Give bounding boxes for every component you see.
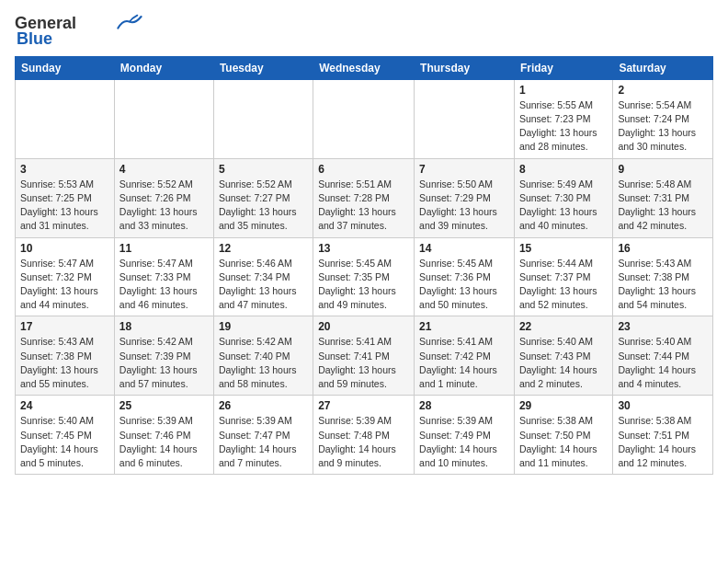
day-info: Sunrise: 5:50 AM Sunset: 7:29 PM Dayligh… [419,178,509,234]
logo-blue-text: Blue [17,29,52,49]
day-info: Sunrise: 5:40 AM Sunset: 7:43 PM Dayligh… [519,335,608,391]
day-info: Sunrise: 5:44 AM Sunset: 7:37 PM Dayligh… [519,257,608,313]
calendar-cell: 14Sunrise: 5:45 AM Sunset: 7:36 PM Dayli… [415,237,515,316]
day-number: 18 [119,320,209,333]
day-number: 21 [419,320,509,333]
day-number: 4 [119,163,209,176]
day-number: 3 [20,163,109,176]
calendar-cell: 9Sunrise: 5:48 AM Sunset: 7:31 PM Daylig… [613,158,713,237]
day-header-wednesday: Wednesday [313,56,415,79]
calendar-week-row: 17Sunrise: 5:43 AM Sunset: 7:38 PM Dayli… [16,316,713,396]
calendar-header-row: SundayMondayTuesdayWednesdayThursdayFrid… [16,56,713,79]
calendar-week-row: 24Sunrise: 5:40 AM Sunset: 7:45 PM Dayli… [16,396,713,475]
day-header-friday: Friday [514,56,612,79]
day-number: 28 [419,399,509,412]
day-info: Sunrise: 5:40 AM Sunset: 7:44 PM Dayligh… [618,335,708,391]
day-number: 2 [618,84,708,97]
calendar-cell: 8Sunrise: 5:49 AM Sunset: 7:30 PM Daylig… [514,158,612,237]
day-info: Sunrise: 5:48 AM Sunset: 7:31 PM Dayligh… [618,178,708,234]
day-info: Sunrise: 5:47 AM Sunset: 7:32 PM Dayligh… [20,257,109,313]
calendar-cell: 4Sunrise: 5:52 AM Sunset: 7:26 PM Daylig… [114,158,213,237]
logo: General Blue [15,15,142,49]
day-info: Sunrise: 5:41 AM Sunset: 7:42 PM Dayligh… [419,335,509,391]
day-number: 29 [519,399,608,412]
calendar-cell: 18Sunrise: 5:42 AM Sunset: 7:39 PM Dayli… [114,316,213,396]
day-number: 27 [318,399,409,412]
calendar-cell: 29Sunrise: 5:38 AM Sunset: 7:50 PM Dayli… [514,396,612,475]
day-info: Sunrise: 5:43 AM Sunset: 7:38 PM Dayligh… [618,257,708,313]
calendar-cell: 22Sunrise: 5:40 AM Sunset: 7:43 PM Dayli… [514,316,612,396]
day-number: 6 [318,163,409,176]
day-number: 26 [219,399,308,412]
day-info: Sunrise: 5:43 AM Sunset: 7:38 PM Dayligh… [20,335,109,391]
calendar-cell: 21Sunrise: 5:41 AM Sunset: 7:42 PM Dayli… [415,316,515,396]
day-number: 15 [519,242,608,255]
calendar-cell: 27Sunrise: 5:39 AM Sunset: 7:48 PM Dayli… [313,396,415,475]
calendar-cell: 6Sunrise: 5:51 AM Sunset: 7:28 PM Daylig… [313,158,415,237]
day-number: 14 [419,242,509,255]
day-number: 1 [519,84,608,97]
day-info: Sunrise: 5:39 AM Sunset: 7:46 PM Dayligh… [119,414,209,470]
day-info: Sunrise: 5:47 AM Sunset: 7:33 PM Dayligh… [119,257,209,313]
day-number: 30 [618,399,708,412]
day-number: 17 [20,320,109,333]
day-info: Sunrise: 5:51 AM Sunset: 7:28 PM Dayligh… [318,178,409,234]
day-info: Sunrise: 5:39 AM Sunset: 7:48 PM Dayligh… [318,414,409,470]
calendar-cell: 15Sunrise: 5:44 AM Sunset: 7:37 PM Dayli… [514,237,612,316]
calendar-cell: 17Sunrise: 5:43 AM Sunset: 7:38 PM Dayli… [16,316,115,396]
logo-bird-icon [117,14,142,32]
day-info: Sunrise: 5:55 AM Sunset: 7:23 PM Dayligh… [519,98,608,155]
day-info: Sunrise: 5:45 AM Sunset: 7:35 PM Dayligh… [318,257,409,313]
day-info: Sunrise: 5:39 AM Sunset: 7:49 PM Dayligh… [419,414,509,470]
day-info: Sunrise: 5:49 AM Sunset: 7:30 PM Dayligh… [519,178,608,234]
calendar-cell: 5Sunrise: 5:52 AM Sunset: 7:27 PM Daylig… [213,158,313,237]
day-number: 16 [618,242,708,255]
calendar-cell: 12Sunrise: 5:46 AM Sunset: 7:34 PM Dayli… [213,237,313,316]
day-info: Sunrise: 5:42 AM Sunset: 7:40 PM Dayligh… [219,335,308,391]
calendar-week-row: 1Sunrise: 5:55 AM Sunset: 7:23 PM Daylig… [16,79,713,158]
calendar-cell: 28Sunrise: 5:39 AM Sunset: 7:49 PM Dayli… [415,396,515,475]
day-header-tuesday: Tuesday [213,56,313,79]
calendar-cell: 7Sunrise: 5:50 AM Sunset: 7:29 PM Daylig… [415,158,515,237]
calendar-cell: 11Sunrise: 5:47 AM Sunset: 7:33 PM Dayli… [114,237,213,316]
calendar-cell [313,79,415,158]
day-info: Sunrise: 5:40 AM Sunset: 7:45 PM Dayligh… [20,414,109,470]
calendar-cell: 16Sunrise: 5:43 AM Sunset: 7:38 PM Dayli… [613,237,713,316]
day-header-saturday: Saturday [613,56,713,79]
calendar-cell: 30Sunrise: 5:38 AM Sunset: 7:51 PM Dayli… [613,396,713,475]
day-info: Sunrise: 5:54 AM Sunset: 7:24 PM Dayligh… [618,98,708,155]
day-info: Sunrise: 5:41 AM Sunset: 7:41 PM Dayligh… [318,335,409,391]
day-number: 23 [618,320,708,333]
calendar-cell: 19Sunrise: 5:42 AM Sunset: 7:40 PM Dayli… [213,316,313,396]
calendar-cell: 25Sunrise: 5:39 AM Sunset: 7:46 PM Dayli… [114,396,213,475]
calendar-cell: 13Sunrise: 5:45 AM Sunset: 7:35 PM Dayli… [313,237,415,316]
day-info: Sunrise: 5:38 AM Sunset: 7:51 PM Dayligh… [618,414,708,470]
day-info: Sunrise: 5:38 AM Sunset: 7:50 PM Dayligh… [519,414,608,470]
calendar-week-row: 10Sunrise: 5:47 AM Sunset: 7:32 PM Dayli… [16,237,713,316]
day-info: Sunrise: 5:52 AM Sunset: 7:27 PM Dayligh… [219,178,308,234]
calendar-cell [16,79,115,158]
calendar-cell [213,79,313,158]
day-number: 19 [219,320,308,333]
calendar-cell: 23Sunrise: 5:40 AM Sunset: 7:44 PM Dayli… [613,316,713,396]
calendar-cell: 3Sunrise: 5:53 AM Sunset: 7:25 PM Daylig… [16,158,115,237]
calendar-cell: 2Sunrise: 5:54 AM Sunset: 7:24 PM Daylig… [613,79,713,158]
day-number: 8 [519,163,608,176]
calendar-cell [114,79,213,158]
day-number: 12 [219,242,308,255]
calendar-cell: 20Sunrise: 5:41 AM Sunset: 7:41 PM Dayli… [313,316,415,396]
day-number: 5 [219,163,308,176]
day-number: 13 [318,242,409,255]
calendar-table: SundayMondayTuesdayWednesdayThursdayFrid… [15,56,713,475]
day-info: Sunrise: 5:42 AM Sunset: 7:39 PM Dayligh… [119,335,209,391]
day-number: 22 [519,320,608,333]
day-info: Sunrise: 5:45 AM Sunset: 7:36 PM Dayligh… [419,257,509,313]
calendar-cell: 10Sunrise: 5:47 AM Sunset: 7:32 PM Dayli… [16,237,115,316]
calendar-cell: 1Sunrise: 5:55 AM Sunset: 7:23 PM Daylig… [514,79,612,158]
day-number: 25 [119,399,209,412]
calendar-cell [415,79,515,158]
page-header: General Blue [15,15,713,49]
day-number: 24 [20,399,109,412]
calendar-cell: 26Sunrise: 5:39 AM Sunset: 7:47 PM Dayli… [213,396,313,475]
day-number: 20 [318,320,409,333]
